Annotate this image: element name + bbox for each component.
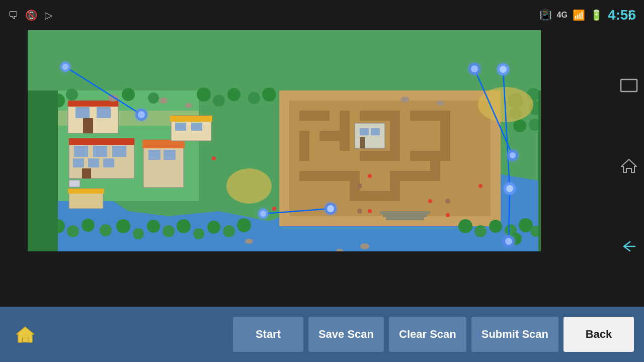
svg-point-59 [197, 87, 211, 102]
svg-point-102 [272, 207, 276, 211]
svg-point-97 [360, 243, 369, 249]
svg-point-92 [185, 103, 192, 108]
svg-point-84 [163, 225, 175, 237]
svg-rect-22 [355, 123, 385, 148]
svg-rect-33 [75, 107, 90, 118]
svg-point-129 [500, 66, 507, 73]
svg-rect-25 [360, 137, 365, 148]
svg-point-81 [116, 219, 130, 233]
nav-home-btn[interactable] [616, 153, 641, 178]
svg-point-89 [237, 218, 251, 232]
svg-point-63 [262, 87, 276, 102]
svg-point-133 [506, 185, 513, 192]
svg-point-135 [505, 238, 512, 245]
svg-point-83 [147, 220, 160, 233]
start-button[interactable]: Start [233, 317, 303, 352]
signal-bars-icon: 📶 [573, 9, 585, 21]
svg-rect-43 [103, 158, 114, 167]
save-scan-button[interactable]: Save Scan [308, 317, 384, 352]
svg-rect-12 [360, 151, 400, 161]
right-nav [614, 30, 644, 302]
svg-point-125 [327, 205, 334, 212]
svg-marker-46 [142, 140, 185, 148]
message-icon: 🗨 [8, 10, 18, 21]
more-options-icon[interactable]: ⋮ [624, 9, 636, 22]
svg-rect-52 [191, 123, 202, 131]
svg-rect-21 [430, 161, 440, 181]
svg-rect-40 [112, 146, 126, 157]
svg-rect-112 [538, 90, 541, 251]
bottom-bar: Start Save Scan Clear Scan Submit Scan B… [0, 307, 644, 362]
svg-point-93 [400, 97, 410, 103]
svg-point-121 [138, 111, 145, 118]
battery-icon: 🔋 [590, 9, 603, 21]
svg-rect-13 [410, 111, 450, 121]
svg-rect-14 [440, 121, 450, 161]
svg-point-91 [108, 95, 118, 102]
svg-point-68 [513, 119, 526, 132]
svg-point-119 [62, 64, 68, 70]
svg-point-85 [177, 219, 191, 233]
svg-rect-34 [97, 107, 111, 118]
svg-point-106 [478, 184, 482, 188]
svg-rect-19 [390, 171, 400, 201]
svg-rect-35 [83, 118, 93, 133]
svg-rect-15 [410, 151, 440, 161]
call-icon: 📵 [25, 9, 38, 21]
svg-point-87 [207, 221, 220, 234]
svg-point-61 [227, 88, 240, 101]
svg-rect-23 [360, 128, 369, 135]
svg-point-62 [248, 92, 260, 104]
svg-point-78 [67, 225, 79, 237]
svg-rect-111 [28, 90, 58, 251]
svg-rect-9 [340, 111, 350, 151]
svg-point-108 [357, 209, 362, 214]
svg-point-80 [100, 224, 112, 236]
svg-point-57 [122, 88, 135, 101]
clear-scan-button[interactable]: Clear Scan [389, 317, 466, 352]
nav-rectangle-btn[interactable] [616, 73, 641, 98]
submit-scan-button[interactable]: Submit Scan [471, 317, 558, 352]
map-container[interactable] [28, 30, 541, 251]
svg-marker-50 [170, 116, 212, 122]
nav-back-btn[interactable] [616, 234, 641, 259]
svg-rect-20 [400, 171, 430, 181]
svg-rect-38 [74, 146, 88, 157]
svg-marker-32 [68, 101, 118, 107]
svg-point-71 [474, 225, 487, 237]
svg-point-105 [446, 213, 450, 217]
svg-point-109 [445, 199, 450, 204]
svg-rect-39 [93, 146, 107, 157]
svg-point-100 [212, 156, 216, 160]
svg-point-56 [66, 88, 78, 101]
svg-point-127 [471, 65, 478, 72]
svg-rect-16 [299, 171, 350, 181]
svg-point-95 [245, 239, 253, 244]
home-button[interactable] [10, 319, 40, 349]
svg-point-82 [133, 228, 144, 239]
status-left-icons: 🗨 📵 ▷ [8, 9, 52, 21]
svg-point-88 [223, 225, 235, 237]
svg-rect-41 [73, 158, 84, 167]
svg-point-58 [148, 93, 159, 104]
svg-point-70 [458, 219, 472, 233]
svg-rect-7 [299, 131, 309, 161]
svg-rect-110 [69, 180, 80, 187]
svg-point-104 [428, 199, 432, 203]
back-button[interactable]: Back [564, 317, 634, 352]
play-icon: ▷ [45, 9, 52, 21]
svg-rect-42 [88, 158, 99, 167]
svg-rect-51 [175, 123, 186, 131]
svg-point-98 [226, 168, 272, 204]
svg-point-86 [193, 228, 204, 239]
svg-rect-27 [383, 214, 427, 217]
svg-point-94 [436, 101, 444, 106]
signal-4g-icon: 4G [557, 11, 568, 20]
svg-rect-44 [82, 168, 91, 178]
vibrate-icon: 📳 [539, 9, 552, 21]
svg-point-72 [489, 220, 502, 233]
svg-point-60 [213, 95, 225, 107]
svg-point-79 [82, 219, 95, 232]
svg-point-101 [368, 174, 372, 178]
svg-point-107 [357, 184, 362, 189]
